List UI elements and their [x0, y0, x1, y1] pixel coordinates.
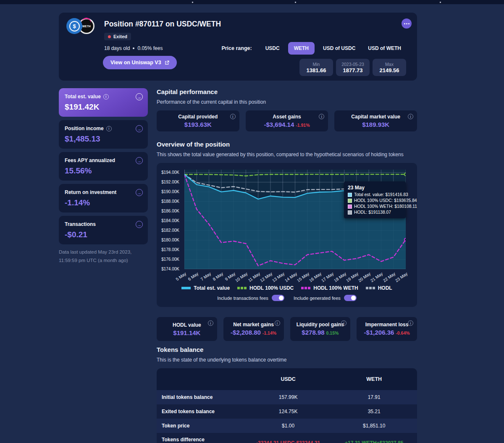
tab-usdc[interactable]: USDC	[261, 42, 284, 55]
fees-apy-card: Fees APY annualized → 15.56%	[59, 152, 148, 181]
asset-gains-card: i Asset gains -$3,694.14-1.91%	[246, 110, 328, 131]
legend-hodl-usdc[interactable]: HODL 100% USDC	[237, 285, 294, 291]
token-pair-icons: $ WETH	[66, 18, 94, 34]
metric-value: 15.56%	[65, 166, 142, 176]
chart-plot[interactable]: $194.00K$192.00K$190.00K$188.00K$186.00K…	[184, 170, 406, 269]
metric-value: $1,485.13	[65, 134, 142, 144]
tab-usd-of-usdc[interactable]: USD of USDC	[319, 42, 360, 55]
stats-cards-row: i HODL value $191.14K i Net market gains…	[157, 317, 417, 341]
line-sample-icon	[366, 287, 375, 289]
bullet-separator	[133, 47, 134, 49]
open-details-button[interactable]: →	[136, 189, 143, 196]
position-header-card: $ WETH Position #870117 on USDC/WETH Exi…	[59, 13, 417, 81]
liquidity-pool-gains-card: i Liquidity pool gains $278.980.15%	[290, 317, 351, 341]
chart-legend: Total est. value HODL 100% USDC HODL 100…	[157, 285, 417, 291]
info-icon[interactable]: i	[341, 320, 346, 326]
hodl-swatch	[348, 210, 352, 215]
capital-provided-card: i Capital provided $193.63K	[157, 110, 239, 131]
last-updated-text: Data last updated May 23rd 2023, 11:59:5…	[59, 248, 148, 265]
page-title: Position #870117 on USDC/WETH	[104, 20, 221, 29]
position-meta: 18 days old 0.05% fees	[104, 45, 163, 51]
open-details-button[interactable]: →	[136, 125, 143, 132]
info-icon[interactable]: i	[275, 320, 280, 326]
info-icon[interactable]: i	[319, 114, 324, 119]
capital-performance-title: Capital performance	[157, 88, 417, 95]
include-transactions-fees-toggle[interactable]	[272, 295, 284, 301]
status-dot-icon	[108, 35, 111, 38]
impermanent-loss-card: i Impermanent loss -$1,206.36-0.64%	[357, 317, 417, 341]
position-income-card: Position income i → $1,485.13	[59, 120, 148, 149]
delta-badge: -1.91%	[296, 123, 310, 128]
info-icon[interactable]: i	[230, 114, 236, 119]
net-market-gains-card: i Net market gains -$2,208.80-1.14%	[223, 317, 284, 341]
delta-badge: -0.64%	[396, 330, 410, 336]
overview-title: Overview of the position	[157, 141, 417, 148]
table-row: Exited tokens balance 124.75K 35.21	[157, 404, 417, 419]
legend-hodl-weth[interactable]: HODL 100% WETH	[301, 285, 358, 291]
metrics-sidebar: Total est. value i → $191.42K Position i…	[59, 88, 148, 265]
status-badge: Exited	[104, 33, 131, 40]
metric-value: -$0.21	[65, 230, 142, 239]
total-est-value-swatch	[348, 193, 352, 197]
info-icon[interactable]: i	[103, 94, 109, 100]
capital-market-value-card: i Capital market value $189.93K	[334, 110, 417, 131]
view-on-uniswap-button[interactable]: View on Uniswap V3	[103, 56, 177, 69]
metric-value: $191.42K	[65, 102, 142, 112]
browser-chrome-strip	[0, 0, 504, 4]
position-chart-panel: $194.00K$192.00K$190.00K$188.00K$186.00K…	[157, 163, 417, 307]
table-row: Initial tokens balance 157.99K 17.91	[157, 390, 417, 404]
price-range-label: Price range:	[221, 45, 252, 51]
delta-badge: -1.14%	[262, 330, 276, 336]
info-icon[interactable]: i	[408, 114, 413, 119]
tab-weth[interactable]: WETH	[288, 42, 315, 55]
overview-subtitle: This shows the total value generated by …	[157, 152, 417, 157]
info-icon[interactable]: i	[106, 126, 112, 131]
roi-card: Return on investment → -1.14%	[59, 184, 148, 212]
tokens-balance-subtitle: This is the state of the underlying toke…	[157, 357, 417, 363]
total-est-value-card: Total est. value i → $191.42K	[59, 88, 148, 117]
chart-tooltip: 23 May Total est. value: $191416.83 HODL…	[344, 181, 406, 218]
capital-cards-row: i Capital provided $193.63K i Asset gain…	[157, 110, 417, 131]
line-sample-icon	[181, 287, 191, 289]
delta-badge: 0.15%	[326, 330, 339, 336]
legend-hodl[interactable]: HODL	[366, 285, 392, 291]
include-generated-fees-toggle[interactable]	[344, 295, 357, 301]
metric-value: -1.14%	[65, 198, 142, 207]
column-header-weth: WETH	[331, 376, 417, 382]
usdc-icon: $	[66, 18, 82, 34]
position-age: 18 days old	[104, 45, 130, 51]
tokens-balance-title: Tokens balance	[157, 346, 417, 353]
hodl-weth-swatch	[348, 204, 352, 209]
main-content: Capital performance Performance of the c…	[157, 88, 417, 443]
hodl-value-card: i HODL value $191.14K	[157, 317, 217, 341]
price-range-values: Min 1381.66 2023-05-23 1877.73 Max 2149.…	[299, 59, 406, 76]
transactions-card: Transactions → -$0.21	[59, 216, 148, 244]
table-row: Tokens difference Total: -$1,206.36 -332…	[157, 433, 417, 443]
open-details-button[interactable]: →	[136, 157, 143, 164]
line-sample-icon	[301, 287, 310, 289]
hodl-usdc-swatch	[348, 199, 352, 203]
min-price-box: Min 1381.66	[299, 59, 333, 76]
chart-toggles: Include transactions fees Include genera…	[157, 295, 417, 301]
price-range-tabs: Price range: USDC WETH USD of USDC USD o…	[221, 42, 405, 55]
fee-tier: 0.05% fees	[137, 45, 163, 51]
open-details-button[interactable]: →	[136, 221, 143, 228]
current-price-box: 2023-05-23 1877.73	[336, 59, 370, 76]
tokens-balance-table: USDC WETH Initial tokens balance 157.99K…	[157, 368, 417, 443]
column-header-usdc: USDC	[245, 376, 331, 382]
capital-performance-subtitle: Performance of the current capital in th…	[157, 99, 417, 105]
open-details-button[interactable]: →	[136, 93, 143, 100]
info-icon[interactable]: i	[208, 320, 213, 326]
ellipsis-icon	[404, 23, 405, 24]
table-row: Token price $1.00 $1,851.10	[157, 419, 417, 433]
x-axis-labels: 5 May6 May7 May8 May9 May10 May11 May12 …	[184, 269, 406, 285]
info-icon[interactable]: i	[408, 320, 413, 326]
legend-total-est-value[interactable]: Total est. value	[181, 285, 230, 291]
max-price-box: Max 2149.56	[373, 59, 406, 76]
line-sample-icon	[237, 287, 247, 289]
external-link-icon	[165, 60, 169, 65]
table-header-row: USDC WETH	[157, 368, 417, 390]
more-options-button[interactable]	[402, 18, 412, 29]
y-axis-labels: $194.00K$192.00K$190.00K$188.00K$186.00K…	[157, 170, 182, 269]
tab-usd-of-weth[interactable]: USD of WETH	[364, 42, 405, 55]
